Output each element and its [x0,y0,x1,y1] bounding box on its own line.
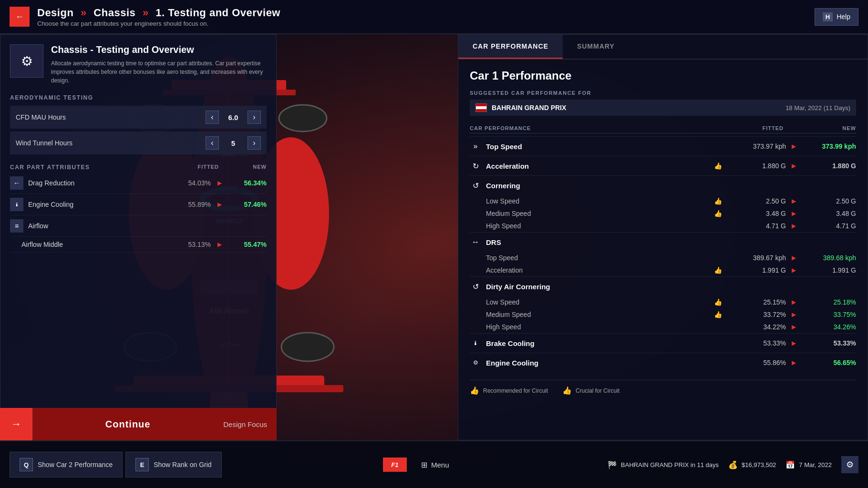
drag-fitted: 54.03% [168,179,216,187]
help-button[interactable]: H Help [815,8,858,26]
perf-engine-cooling: ⚙ Engine Cooling 55.86% ▶ 56.65% [470,353,856,372]
cornering-med-new: 3.48 G [799,210,856,217]
tab-summary[interactable]: SUMMARY [563,35,629,59]
drs-accel-thumb: 👍 [714,266,722,274]
bottom-bar: Q Show Car 2 Performance E Show Rank on … [0,440,868,488]
engine-new: 56.65% [799,359,856,366]
e-key: E [135,458,149,471]
wind-increment[interactable]: › [248,136,261,150]
chassis-title: Chassis - Testing and Overview [51,44,267,55]
continue-icon: → [0,408,32,440]
menu-grid-icon: ⊞ [421,460,427,469]
dirty-low-new: 25.18% [799,298,856,306]
bc-design: Design [37,7,73,19]
bc-testing: 1. Testing and Overview [155,7,280,19]
cornering-low-new: 2.50 G [799,197,856,205]
cfd-spinner-row: CFD MAU Hours ‹ 6.0 › [10,106,267,129]
aero-section-header: AERODYNAMIC TESTING [10,94,267,101]
airflow-middle-fitted: 53.13% [168,241,216,248]
attr-drag-reduction: ← Drag Reduction 54.03% ▶ 56.34% [10,173,267,194]
grand-prix-row: BAHRAIN GRAND PRIX 18 Mar, 2022 (11 Days… [470,100,856,116]
race-icon: 🏁 [608,460,617,469]
recommended-label: Recommended for Circuit [483,387,548,394]
settings-button[interactable]: ⚙ [841,456,858,473]
right-panel: CAR PERFORMANCE SUMMARY Car 1 Performanc… [458,34,868,440]
continue-button[interactable]: → Continue Design Focus [0,408,277,440]
wind-spinner-row: Wind Tunnel Hours ‹ 5 › [10,132,267,154]
date-stat: 📅 7 Mar, 2022 [785,460,832,469]
breadcrumb-title: Design » Chassis » 1. Testing and Overvi… [37,7,815,19]
money-icon: 💰 [728,460,738,469]
legend: 👍 Recommended for Circuit 👍 Crucial for … [470,380,856,395]
crucial-label: Crucial for Circuit [576,387,620,394]
drag-arrow: ▶ [217,180,222,186]
perf-dirty-air: ↺ Dirty Air Cornering [470,276,856,296]
dirty-high-fitted: 34.22% [725,323,792,331]
engine-fitted: 55.86% [725,359,792,366]
cornering-high-fitted: 4.71 G [725,222,792,230]
perf-acceleration: ↻ Acceleration 👍 1.880 G ▶ 1.880 G [470,156,856,175]
cornering-low-fitted: 2.50 G [725,197,792,205]
wind-label: Wind Tunnel Hours [16,139,206,147]
attributes-section-header: CAR PART ATTRIBUTES FITTED NEW [10,164,267,171]
perf-new-col: NEW [789,125,856,131]
dirty-low-thumb: 👍 [714,298,722,306]
cornering-med-fitted: 3.48 G [725,210,792,217]
dirty-med-fitted: 33.72% [725,311,792,318]
shortcut-area: Q Show Car 2 Performance E Show Rank on … [0,452,234,478]
perf-col-label: CAR PERFORMANCE [470,125,723,131]
cfd-decrement[interactable]: ‹ [206,111,219,124]
perf-top-speed: » Top Speed 373.97 kph ▶ 373.99 kph [470,136,856,156]
tab-car-performance[interactable]: CAR PERFORMANCE [458,35,563,59]
dirty-high-new: 34.26% [799,323,856,331]
svg-point-12 [281,333,334,361]
dirty-high: High Speed 34.22% ▶ 34.26% [470,321,856,333]
dirty-high-label: High Speed [486,323,722,331]
menu-button[interactable]: ⊞ Menu [421,460,449,469]
dirty-med-label: Medium Speed [486,311,714,318]
suggested-label: SUGGESTED CAR PERFORMANCE FOR [470,90,856,96]
engine-cooling-arrow: ▶ [217,201,222,208]
brake-label: Brake Cooling [486,339,725,347]
attr-engine-cooling: 🌡 Engine Cooling 55.89% ▶ 57.46% [10,194,267,215]
accel-thumb: 👍 [714,162,722,170]
cornering-med-label: Medium Speed [486,210,714,217]
dirty-air-label: Dirty Air Cornering [486,283,856,291]
continue-label: Continue [32,419,223,430]
help-key: H [823,12,833,21]
date-label: 7 Mar, 2022 [799,461,832,468]
dirty-low-fitted: 25.15% [725,298,792,306]
accel-new: 1.880 G [799,162,856,170]
airflow-middle-label: Airflow Middle [21,241,168,248]
accel-arrow: ▶ [792,163,796,169]
dirty-low: Low Speed 👍 25.15% ▶ 25.18% [470,296,856,308]
breadcrumb: Design » Chassis » 1. Testing and Overvi… [37,7,815,27]
attr-airflow-middle: Airflow Middle 53.13% ▶ 55.47% [10,237,267,253]
show-car2-label: Show Car 2 Performance [38,461,113,468]
engine-cooling-new: 57.46% [224,201,267,208]
drs-accel-fitted: 1.991 G [725,266,792,274]
cfd-increment[interactable]: › [248,111,261,124]
show-rank-button[interactable]: E Show Rank on Grid [125,452,221,478]
cornering-low-label: Low Speed [486,197,714,205]
calendar-icon: 📅 [785,460,795,469]
money-stat: 💰 $16,973,502 [728,460,776,469]
svg-point-14 [279,105,327,132]
cornering-low: Low Speed 👍 2.50 G ▶ 2.50 G [470,195,856,207]
cornering-high-label: High Speed [486,222,722,230]
page-subtitle: Choose the car part attributes your engi… [37,20,815,27]
airflow-icon: ≡ [10,219,23,233]
low-thumb: 👍 [714,197,722,205]
accel-fitted: 1.880 G [725,162,792,170]
dirty-air-icon: ↺ [470,281,481,292]
gp-flag [475,103,487,112]
wind-value: 5 [219,139,248,147]
perf-cornering: ↺ Cornering [470,175,856,195]
drs-speed-fitted: 389.67 kph [725,254,792,262]
race-stat: 🏁 BAHRAIN GRAND PRIX in 11 days [608,460,719,469]
engine-cooling-label: Engine Cooling [28,201,168,208]
gear-icon: ⚙ [846,459,854,470]
back-button[interactable]: ← [10,7,30,27]
wind-decrement[interactable]: ‹ [206,136,219,150]
show-car2-button[interactable]: Q Show Car 2 Performance [10,452,123,478]
